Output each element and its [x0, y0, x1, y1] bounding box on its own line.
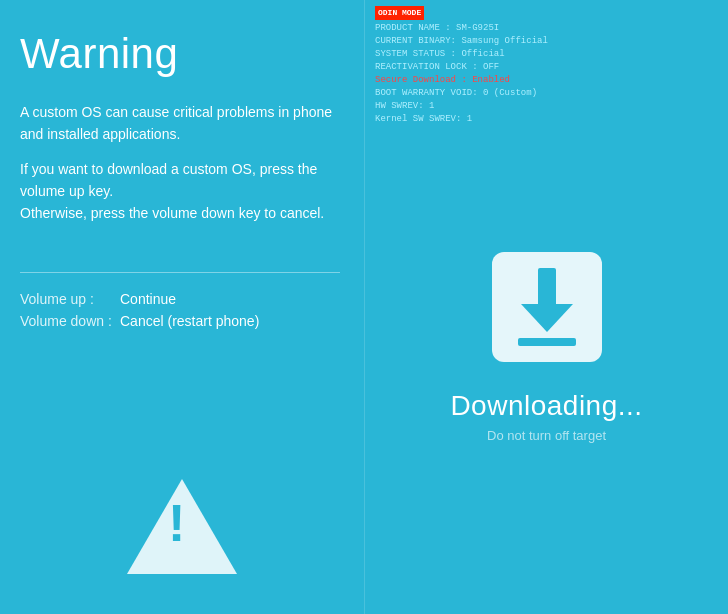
volume-down-label: Volume down : [20, 313, 120, 329]
terminal-line-8: Kernel SW SWREV: 1 [375, 113, 718, 126]
downloading-text: Downloading... [450, 390, 642, 422]
right-panel: ODIN MODE PRODUCT NAME : SM-G925I CURREN… [364, 0, 728, 614]
odin-mode-bar: ODIN MODE [375, 6, 424, 20]
terminal-line-5: Secure Download : Enabled [375, 74, 718, 87]
warning-title: Warning [20, 30, 340, 78]
warning-paragraph-2: If you want to download a custom OS, pre… [20, 159, 340, 224]
terminal-line-3: SYSTEM STATUS : Official [375, 48, 718, 61]
terminal-line-2: CURRENT BINARY: Samsung Official [375, 35, 718, 48]
volume-down-row: Volume down : Cancel (restart phone) [20, 313, 340, 329]
download-container: Downloading... Do not turn off target [365, 80, 728, 614]
download-icon-box [492, 252, 602, 362]
terminal-overlay: ODIN MODE PRODUCT NAME : SM-G925I CURREN… [365, 0, 728, 132]
volume-up-action: Continue [120, 291, 176, 307]
volume-down-action: Cancel (restart phone) [120, 313, 259, 329]
arrow-base [518, 338, 576, 346]
do-not-turn-off-text: Do not turn off target [487, 428, 606, 443]
warning-body: A custom OS can cause critical problems … [20, 102, 340, 238]
terminal-line-4: REACTIVATION LOCK : OFF [375, 61, 718, 74]
arrow-shaft [538, 268, 556, 304]
left-panel: Warning A custom OS can cause critical p… [0, 0, 364, 614]
warning-triangle-icon [127, 479, 237, 574]
volume-up-label: Volume up : [20, 291, 120, 307]
terminal-line-7: HW SWREV: 1 [375, 100, 718, 113]
arrow-head [521, 304, 573, 332]
terminal-line-6: BOOT WARRANTY VOID: 0 (Custom) [375, 87, 718, 100]
volume-up-row: Volume up : Continue [20, 291, 340, 307]
warning-paragraph-1: A custom OS can cause critical problems … [20, 102, 340, 145]
terminal-line-1: PRODUCT NAME : SM-G925I [375, 22, 718, 35]
warning-icon-container [127, 479, 237, 574]
divider [20, 272, 340, 273]
download-arrow-icon [518, 268, 576, 346]
key-actions: Volume up : Continue Volume down : Cance… [20, 291, 340, 335]
